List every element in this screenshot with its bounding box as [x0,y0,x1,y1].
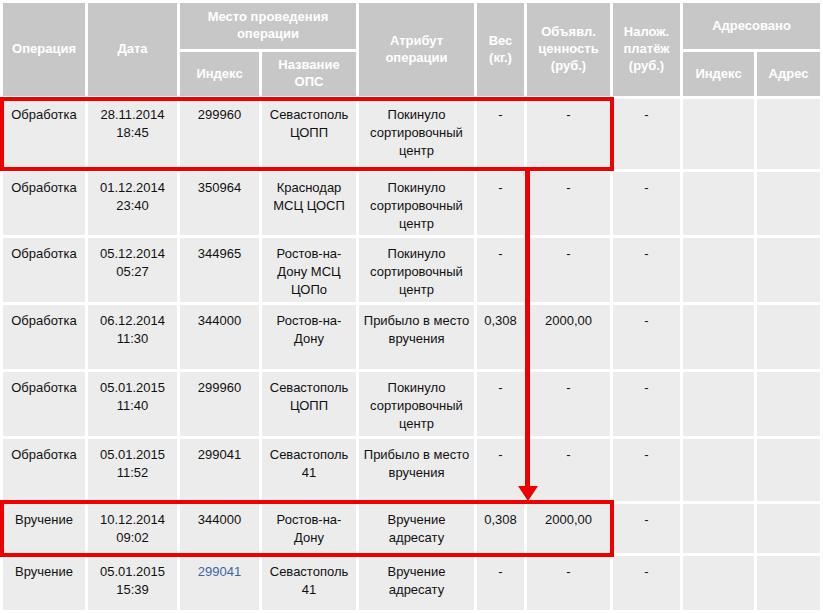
header-cod: Налож. платёж (руб.) [613,3,680,96]
table-row: Обработка 01.12.2014 23:40 350964 Красно… [3,172,820,235]
header-weight: Вес (кг.) [477,3,524,96]
cell-ops-name: Севастополь ЦОПП [262,372,356,436]
cell-weight: - [477,238,524,302]
cell-attribute: Покинуло сортировочный центр [359,172,474,235]
cell-operation: Обработка [3,238,85,302]
cell-addr-index [683,372,754,436]
table-row: Обработка 05.01.2015 11:40 299960 Севаст… [3,372,820,436]
cell-date: 10.12.2014 09:02 [88,504,177,553]
cell-index: 344000 [180,305,259,369]
cell-declared: - [527,556,610,610]
cell-addr-index [683,556,754,610]
cell-operation: Обработка [3,372,85,436]
cell-weight: 0,308 [477,504,524,553]
cell-cod: - [613,372,680,436]
header-date: Дата [88,3,177,96]
cell-declared: - [527,172,610,235]
cell-ops-name: Ростов-на-Дону [262,305,356,369]
table-row: Обработка 28.11.2014 18:45 299960 Севаст… [3,99,820,169]
tracking-history-screen: Операция Дата Место проведения операции … [0,0,823,613]
cell-declared: - [527,439,610,501]
cell-date: 05.01.2015 11:52 [88,439,177,501]
cell-declared: - [527,99,610,169]
cell-addr [757,556,820,610]
cell-declared: - [527,238,610,302]
cell-ops-name: Севастополь 41 [262,439,356,501]
cell-date: 05.01.2015 11:40 [88,372,177,436]
header-declared-value: Объявл. ценность (руб.) [527,3,610,96]
table-row: Вручение 05.01.2015 15:39 299041 Севасто… [3,556,820,610]
cell-operation: Обработка [3,439,85,501]
cell-addr-index [683,99,754,169]
cell-addr-index [683,305,754,369]
cell-ops-name: Ростов-на-Дону [262,504,356,553]
cell-addr [757,504,820,553]
cell-operation: Обработка [3,305,85,369]
cell-index: 299960 [180,99,259,169]
cell-index: 299041 [180,439,259,501]
cell-operation: Вручение [3,556,85,610]
cell-addr [757,99,820,169]
cell-cod: - [613,504,680,553]
cell-declared: 2000,00 [527,305,610,369]
cell-addr-index [683,504,754,553]
header-addressed-index: Индекс [683,52,754,96]
cell-ops-name: Ростов-на-Дону МСЦ ЦОПо [262,238,356,302]
cell-cod: - [613,99,680,169]
cell-cod: - [613,172,680,235]
header-place-name: Название ОПС [262,52,356,96]
cell-declared: 2000,00 [527,504,610,553]
table-row: Обработка 05.01.2015 11:52 299041 Севаст… [3,439,820,501]
cell-cod: - [613,439,680,501]
table-row: Обработка 05.12.2014 05:27 344965 Ростов… [3,238,820,302]
cell-ops-name: Севастополь ЦОПП [262,99,356,169]
cell-date: 06.12.2014 11:30 [88,305,177,369]
cell-attribute: Покинуло сортировочный центр [359,372,474,436]
cell-weight: - [477,99,524,169]
header-place-group: Место проведения операции [180,3,356,49]
cell-cod: - [613,238,680,302]
table-header: Операция Дата Место проведения операции … [3,3,820,96]
header-addressed-address: Адрес [757,52,820,96]
header-addressed-group: Адресовано [683,3,820,49]
cell-weight: - [477,439,524,501]
cell-index: 350964 [180,172,259,235]
cell-attribute: Прибыло в место вручения [359,439,474,501]
cell-ops-name: Севастополь 41 [262,556,356,610]
tracking-history-table: Операция Дата Место проведения операции … [0,0,823,613]
table-row: Обработка 06.12.2014 11:30 344000 Ростов… [3,305,820,369]
index-link[interactable]: 299041 [198,564,241,579]
cell-index: 299960 [180,372,259,436]
cell-index: 344965 [180,238,259,302]
cell-addr [757,439,820,501]
cell-cod: - [613,305,680,369]
cell-weight: - [477,372,524,436]
cell-weight: - [477,556,524,610]
table-row: Вручение 10.12.2014 09:02 344000 Ростов-… [3,504,820,553]
cell-cod: - [613,556,680,610]
cell-addr-index [683,238,754,302]
cell-attribute: Вручение адресату [359,504,474,553]
cell-addr-index [683,439,754,501]
cell-attribute: Прибыло в место вручения [359,305,474,369]
cell-weight: - [477,172,524,235]
cell-date: 05.12.2014 05:27 [88,238,177,302]
cell-operation: Вручение [3,504,85,553]
cell-date: 01.12.2014 23:40 [88,172,177,235]
header-operation: Операция [3,3,85,96]
cell-addr [757,305,820,369]
cell-addr [757,238,820,302]
cell-operation: Обработка [3,172,85,235]
cell-attribute: Покинуло сортировочный центр [359,238,474,302]
cell-attribute: Покинуло сортировочный центр [359,99,474,169]
cell-declared: - [527,372,610,436]
cell-date: 28.11.2014 18:45 [88,99,177,169]
cell-addr [757,372,820,436]
cell-addr [757,172,820,235]
cell-date: 05.01.2015 15:39 [88,556,177,610]
cell-index: 299041 [180,556,259,610]
cell-operation: Обработка [3,99,85,169]
cell-weight: 0,308 [477,305,524,369]
cell-index: 344000 [180,504,259,553]
header-place-index: Индекс [180,52,259,96]
